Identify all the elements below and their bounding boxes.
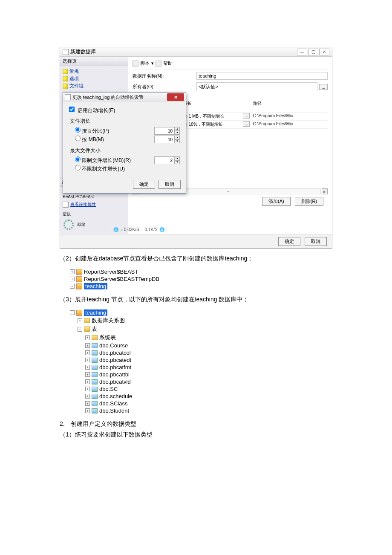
tree-node[interactable]: + ReportServer$BEASTTempDB — [70, 275, 332, 283]
tree-node[interactable]: + 系统表 — [85, 333, 332, 342]
percent-spinner[interactable]: 10 — [154, 127, 175, 135]
autogrowth-edit-button[interactable]: ... — [243, 121, 250, 127]
help-button[interactable]: 帮助 — [163, 60, 173, 66]
expand-icon[interactable]: + — [85, 387, 90, 391]
maximize-button[interactable]: ▢ — [308, 49, 318, 55]
script-dropdown[interactable]: 脚本 — [140, 60, 150, 66]
view-props-icon — [63, 202, 69, 208]
sidebar-item-options[interactable]: 选项 — [63, 75, 125, 82]
section-2-title: 2. 创建用户定义的数据类型 — [60, 419, 332, 428]
growth-by-mb-radio[interactable]: 按 MB(M) — [75, 136, 104, 143]
tree-node-root[interactable]: − teaching — [70, 309, 332, 316]
tree-node[interactable]: − 表 — [78, 325, 332, 333]
script-icon — [133, 61, 138, 66]
ok-button[interactable]: 确定 — [278, 237, 300, 246]
enable-autogrowth-input[interactable] — [69, 107, 75, 112]
sidebar-header: 选择页 — [60, 57, 128, 66]
sub-dialog-icon — [65, 94, 71, 100]
tree-view-databases: + ReportServer$BEAST + ReportServer$BEAS… — [70, 268, 332, 290]
sub-cancel-button[interactable]: 取消 — [159, 180, 181, 189]
expand-icon[interactable]: + — [85, 350, 90, 355]
add-button[interactable]: 添加(A) — [262, 197, 291, 206]
tree-label: dbo.pbcatedt — [99, 357, 131, 363]
collapse-icon[interactable]: − — [70, 284, 75, 289]
collapse-icon[interactable]: − — [78, 327, 82, 332]
expand-icon[interactable]: + — [70, 269, 75, 274]
spinner-buttons[interactable]: ▲▼ — [175, 127, 180, 135]
expand-icon[interactable]: + — [85, 335, 90, 340]
sub-ok-button[interactable]: 确定 — [133, 180, 155, 189]
tree-node[interactable]: + 数据库关系图 — [78, 316, 332, 325]
connection-value: BeAst-PC\BeAst — [63, 194, 125, 199]
expand-icon[interactable]: + — [85, 372, 90, 377]
spinner-buttons[interactable]: ▲▼ — [175, 156, 180, 164]
grid-header-path: 路径 — [251, 100, 328, 113]
tree-node-table[interactable]: +dbo.pbcatvld — [85, 378, 332, 385]
tree-node-table[interactable]: +dbo.Course — [85, 342, 332, 349]
limited-growth-row: 限制文件增长(MB)(R) 2 ▲▼ — [69, 156, 180, 165]
page-icon — [63, 76, 68, 81]
close-button[interactable]: ✕ — [319, 49, 329, 55]
tree-node[interactable]: + ReportServer$BEAST — [70, 268, 332, 275]
scroll-right-icon[interactable]: ► — [322, 188, 328, 194]
sidebar-item-filegroups[interactable]: 文件组 — [63, 82, 125, 90]
limited-growth-radio[interactable]: 限制文件增长(MB)(R) — [75, 156, 131, 164]
page-icon — [63, 69, 68, 74]
database-icon — [76, 269, 82, 275]
expand-icon[interactable]: + — [85, 401, 90, 406]
tree-label: 数据库关系图 — [92, 317, 125, 324]
tree-label: ReportServer$BEAST — [84, 269, 138, 275]
help-icon — [156, 61, 161, 66]
owner-browse-button[interactable]: ... — [319, 84, 328, 90]
page-icon — [63, 84, 68, 89]
sub-close-button[interactable]: ✕ — [167, 93, 184, 101]
expand-icon[interactable]: + — [85, 408, 90, 413]
database-icon — [76, 310, 82, 316]
sidebar-item-general[interactable]: 常规 — [63, 68, 125, 75]
section-2-sub: （1）练习按要求创建以下数据类型 — [60, 430, 332, 439]
collapse-icon[interactable]: − — [70, 310, 75, 315]
limited-spinner[interactable]: 2 — [154, 156, 175, 164]
expand-icon[interactable]: + — [85, 358, 90, 362]
tree-node-table[interactable]: +dbo.schedule — [85, 393, 332, 400]
cancel-button[interactable]: 取消 — [305, 237, 327, 246]
mb-spinner[interactable]: 10 — [154, 136, 175, 143]
sub-dialog-titlebar[interactable]: 更改 teaching_log 的自动增长设置 ✕ — [63, 92, 186, 102]
remove-button[interactable]: 删除(R) — [295, 197, 323, 206]
tree-label: dbo.schedule — [99, 393, 132, 399]
tree-node-table[interactable]: +dbo.SC — [85, 385, 332, 393]
autogrowth-edit-button[interactable]: ... — [243, 113, 250, 119]
tree-node-table[interactable]: +dbo.pbcatcol — [85, 349, 332, 356]
growth-by-percent-radio[interactable]: 按百分比(P) — [75, 127, 109, 135]
doc-paragraph-3: （3）展开teaching 节点，以下的所有对象均创建在teaching 数据库… — [60, 295, 332, 304]
file-growth-label: 文件增长 — [70, 118, 180, 125]
tree-node[interactable]: − teaching — [70, 283, 332, 290]
tree-node-table[interactable]: +dbo.pbcatfmt — [85, 364, 332, 371]
expand-icon[interactable]: + — [85, 343, 90, 348]
minimize-button[interactable]: — — [297, 49, 307, 55]
tree-node-table[interactable]: +dbo.SClass — [85, 400, 332, 407]
dialog-titlebar[interactable]: 新建数据库 — ▢ ✕ — [60, 47, 332, 57]
owner-input[interactable]: <默认值> — [196, 82, 317, 91]
view-connection-properties-link[interactable]: 查看连接属性 — [70, 202, 96, 208]
grid-footer-buttons: 添加(A) 删除(R) — [133, 194, 328, 208]
tree-node-table[interactable]: +dbo.pbcattbl — [85, 371, 332, 378]
unlimited-growth-radio[interactable]: 不限制文件增长(U) — [75, 165, 125, 173]
tree-label: 系统表 — [99, 334, 116, 341]
tree-node-table[interactable]: +dbo.pbcatedt — [85, 356, 332, 364]
expand-icon[interactable]: + — [85, 394, 90, 399]
dropdown-arrow-icon[interactable]: ▾ — [151, 61, 154, 66]
status-strip: 🌐 ↓ 0.02K/S ↑ 0.1K/S 🌐 — [111, 226, 167, 233]
dialog-icon — [63, 49, 69, 55]
expand-icon[interactable]: + — [85, 379, 90, 384]
db-name-label: 数据库名称(N): — [133, 73, 196, 79]
expand-icon[interactable]: + — [78, 318, 82, 323]
tree-node-table[interactable]: +dbo.Student — [85, 407, 332, 414]
enable-autogrowth-checkbox[interactable]: 启用自动增长(E) — [69, 107, 115, 113]
spinner-buttons[interactable]: ▲▼ — [175, 136, 180, 143]
expand-icon[interactable]: + — [70, 277, 75, 281]
table-icon — [92, 350, 98, 356]
tree-label: dbo.pbcatcol — [99, 350, 131, 356]
db-name-input[interactable]: teaching — [196, 72, 328, 80]
expand-icon[interactable]: + — [85, 365, 90, 370]
